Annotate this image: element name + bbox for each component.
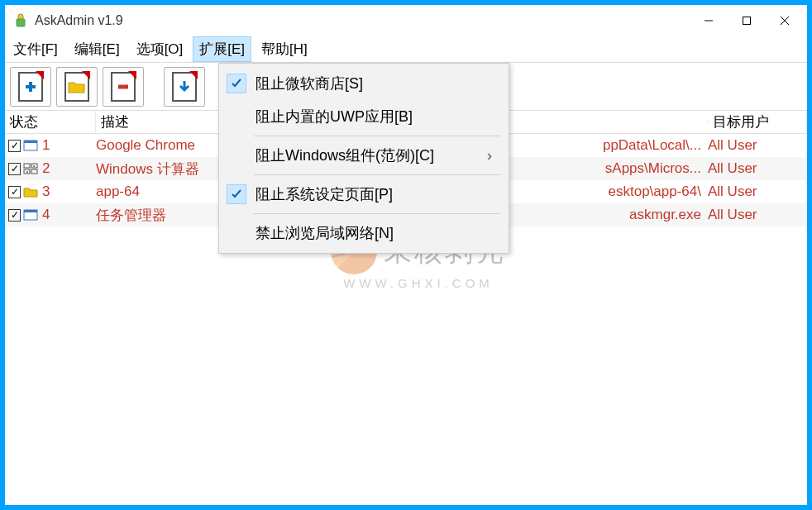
menubar: 文件[F]编辑[E]选项[O]扩展[E]帮助[H] [5, 36, 807, 63]
add-file-button[interactable] [10, 67, 51, 107]
col-status[interactable]: 状态 [5, 111, 96, 133]
checkbox-icon[interactable]: ✓ [8, 209, 21, 222]
close-button[interactable] [766, 7, 804, 34]
remove-button[interactable] [103, 67, 144, 107]
row-user: All User [708, 184, 807, 200]
svg-point-16 [33, 165, 35, 167]
svg-rect-10 [24, 141, 37, 143]
row-type-icon [23, 139, 38, 152]
menu-文件[F][interactable]: 文件[F] [7, 36, 64, 62]
svg-rect-1 [17, 19, 25, 26]
menu-item[interactable]: 阻止系统设定页面[P] [221, 178, 507, 211]
add-folder-button[interactable] [56, 67, 98, 107]
menu-item[interactable]: 禁止浏览局域网络[N] [221, 217, 507, 250]
download-button[interactable] [164, 67, 205, 107]
menu-编辑[E][interactable]: 编辑[E] [68, 36, 127, 62]
menu-item[interactable]: 阻止微软商店[S] [221, 67, 507, 100]
row-number: 2 [42, 160, 50, 177]
checkbox-icon[interactable]: ✓ [8, 163, 21, 175]
col-target-user[interactable]: 目标用户 [708, 111, 807, 133]
minimize-button[interactable] [690, 7, 728, 34]
row-user: All User [708, 207, 807, 223]
row-number: 4 [42, 207, 50, 223]
menu-item[interactable]: 阻止Windows组件(范例)[C]› [221, 139, 507, 172]
checkbox-icon[interactable]: ✓ [8, 186, 21, 198]
row-type-icon [23, 185, 38, 198]
maximize-button[interactable] [728, 7, 766, 34]
menu-帮助[H][interactable]: 帮助[H] [255, 36, 314, 62]
svg-rect-3 [743, 17, 751, 25]
window-controls [690, 7, 804, 34]
row-type-icon [23, 208, 38, 222]
checkbox-icon[interactable]: ✓ [8, 140, 21, 152]
app-icon [13, 13, 28, 28]
row-number: 1 [42, 137, 50, 154]
menu-item[interactable]: 阻止内置的UWP应用[B] [221, 100, 507, 133]
row-number: 3 [42, 184, 50, 200]
extension-menu-dropdown: 阻止微软商店[S]阻止内置的UWP应用[B]阻止Windows组件(范例)[C]… [218, 63, 509, 254]
app-title: AskAdmin v1.9 [35, 13, 123, 28]
svg-point-15 [26, 171, 28, 173]
app-window: AskAdmin v1.9 文件[F]编辑[E]选项[O]扩展[E]帮助[H] … [5, 5, 807, 505]
svg-rect-11 [24, 164, 30, 168]
row-user: All User [708, 137, 807, 154]
row-type-icon [23, 162, 38, 175]
menu-扩展[E][interactable]: 扩展[E] [193, 36, 251, 62]
menu-选项[O][interactable]: 选项[O] [130, 36, 190, 62]
svg-rect-14 [31, 169, 37, 174]
svg-rect-18 [24, 210, 37, 212]
row-user: All User [708, 160, 807, 177]
titlebar: AskAdmin v1.9 [5, 5, 807, 36]
